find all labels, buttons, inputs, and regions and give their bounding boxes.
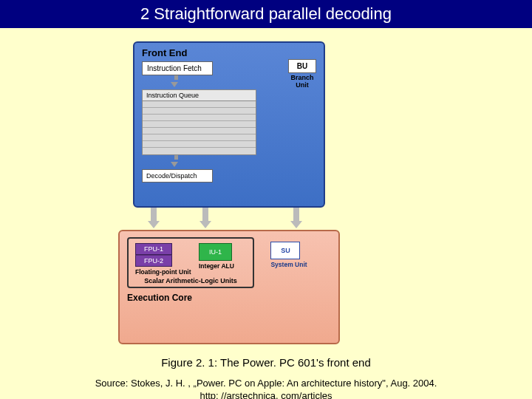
scalar-alu-group: FPU-1 FPU-2 Floating-point Unit IU-1 Int… <box>127 237 254 288</box>
source-line1: Source: Stokes, J. H. , „Power. PC on Ap… <box>95 378 437 389</box>
execution-core-label: Execution Core <box>127 293 331 303</box>
scalar-caption: Scalar Arithmetic-Logic Units <box>133 278 248 285</box>
front-end-box: Front End Instruction Fetch BU Branch Un… <box>133 41 325 208</box>
execution-core-box: FPU-1 FPU-2 Floating-point Unit IU-1 Int… <box>118 230 340 344</box>
decode-dispatch-box: Decode/Dispatch <box>142 169 213 183</box>
source-citation: Source: Stokes, J. H. , „Power. PC on Ap… <box>0 378 532 399</box>
diagram: Front End Instruction Fetch BU Branch Un… <box>133 41 399 344</box>
slide-title: 2 Straightforward parallel decoding <box>0 0 532 28</box>
fpu-caption: Floating-point Unit <box>135 269 191 276</box>
instruction-queue-slots <box>142 101 256 155</box>
fpu-group: FPU-1 FPU-2 Floating-point Unit <box>135 243 191 276</box>
figure-caption: Figure 2. 1: The Power. PC 601's front e… <box>0 356 532 369</box>
fpu2-box: FPU-2 <box>135 255 172 267</box>
instruction-fetch-box: Instruction Fetch <box>142 61 213 75</box>
source-line2: http: //arstechnica. com/articles <box>200 390 332 399</box>
instruction-queue-group: Instruction Queue <box>142 89 316 155</box>
fpu1-box: FPU-1 <box>135 243 172 255</box>
dispatch-arrows <box>133 208 325 230</box>
su-group: SU System Unit <box>270 242 307 268</box>
su-box: SU <box>270 242 300 259</box>
iu-box: IU-1 <box>199 243 232 261</box>
iu-group: IU-1 Integer ALU <box>199 243 234 270</box>
bu-box: BU <box>288 59 316 73</box>
su-caption: System Unit <box>270 262 307 268</box>
iu-caption: Integer ALU <box>199 263 234 270</box>
front-end-label: Front End <box>142 47 316 58</box>
instruction-queue-label: Instruction Queue <box>142 89 256 101</box>
